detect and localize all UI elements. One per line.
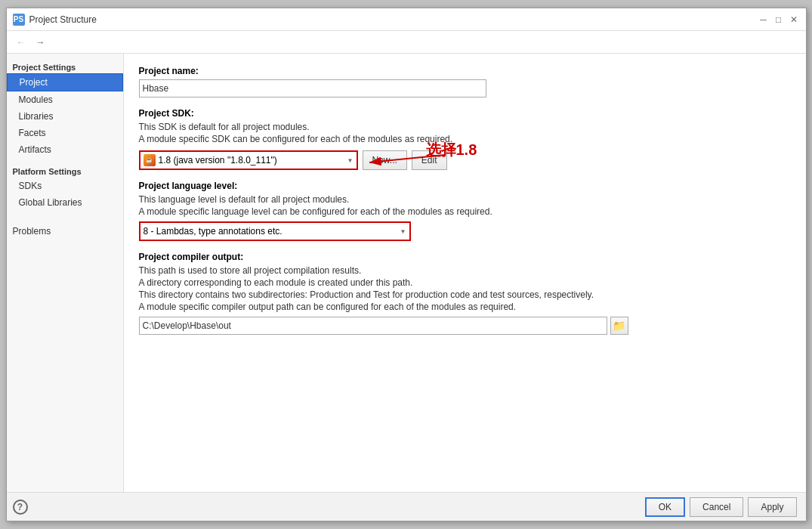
main-content: Project Settings Project Modules Librari… — [7, 54, 806, 492]
compiler-desc3: This directory contains two subdirectori… — [139, 289, 791, 300]
project-structure-window: PS Project Structure ─ □ ✕ ← → Project S… — [6, 8, 807, 521]
sidebar-item-libraries[interactable]: Libraries — [7, 108, 123, 125]
sidebar-item-facets[interactable]: Facets — [7, 125, 123, 141]
sdk-value: 1.8 (java version "1.8.0_111") — [159, 155, 277, 166]
sidebar: Project Settings Project Modules Librari… — [7, 54, 124, 492]
sidebar-item-global-libraries[interactable]: Global Libraries — [7, 194, 123, 211]
lang-value: 8 - Lambdas, type annotations etc. — [144, 226, 283, 237]
forward-button[interactable]: → — [32, 34, 49, 51]
toolbar: ← → — [7, 31, 806, 54]
sidebar-item-modules[interactable]: Modules — [7, 91, 123, 108]
browse-folder-button[interactable]: 📁 — [610, 317, 628, 335]
project-name-label: Project name: — [139, 66, 791, 76]
project-settings-label: Project Settings — [7, 60, 123, 73]
project-sdk-section: Project SDK: This SDK is default for all… — [139, 108, 791, 170]
compiler-desc1: This path is used to store all project c… — [139, 265, 791, 276]
window-title: Project Structure — [29, 14, 97, 25]
output-path-row: 📁 — [139, 317, 791, 335]
ok-button[interactable]: OK — [645, 497, 685, 517]
apply-button[interactable]: Apply — [748, 497, 796, 517]
sdk-desc2: A module specific SDK can be configured … — [139, 134, 791, 144]
bottom-bar: ? OK Cancel Apply — [7, 492, 806, 521]
title-bar-controls: ─ □ ✕ — [758, 14, 800, 26]
language-level-label: Project language level: — [139, 181, 791, 191]
app-icon: PS — [13, 14, 25, 26]
lang-desc2: A module specific language level can be … — [139, 206, 791, 217]
title-bar-left: PS Project Structure — [13, 14, 97, 26]
chevron-down-icon: ▼ — [347, 157, 354, 164]
language-level-dropdown[interactable]: 8 - Lambdas, type annotations etc. ▼ — [139, 221, 411, 241]
sidebar-item-project[interactable]: Project — [7, 73, 123, 91]
sdk-dropdown[interactable]: ☕ 1.8 (java version "1.8.0_111") ▼ — [139, 150, 358, 170]
help-button[interactable]: ? — [13, 500, 28, 515]
compiler-output-input[interactable] — [139, 317, 607, 335]
sdk-row: ☕ 1.8 (java version "1.8.0_111") ▼ New..… — [139, 150, 447, 170]
maximize-button[interactable]: □ — [773, 14, 785, 26]
sidebar-item-problems[interactable]: Problems — [7, 223, 123, 240]
compiler-desc4: A module specific compiler output path c… — [139, 302, 791, 312]
chevron-down-icon-2: ▼ — [400, 228, 406, 235]
compiler-output-section: Project compiler output: This path is us… — [139, 252, 791, 335]
compiler-output-label: Project compiler output: — [139, 252, 791, 262]
sidebar-item-artifacts[interactable]: Artifacts — [7, 141, 123, 158]
close-button[interactable]: ✕ — [788, 14, 800, 26]
sdk-select-inner: ☕ 1.8 (java version "1.8.0_111") — [144, 154, 277, 166]
platform-settings-label: Platform Settings — [7, 164, 123, 178]
project-sdk-label: Project SDK: — [139, 108, 791, 119]
cancel-button[interactable]: Cancel — [690, 497, 743, 517]
compiler-desc2: A directory corresponding to each module… — [139, 277, 791, 288]
folder-icon: 📁 — [613, 320, 625, 332]
edit-sdk-button[interactable]: Edit — [412, 150, 447, 170]
back-button[interactable]: ← — [13, 34, 29, 51]
project-name-section: Project name: — [139, 66, 791, 97]
language-level-section: Project language level: This language le… — [139, 181, 791, 241]
minimize-button[interactable]: ─ — [758, 14, 770, 26]
lang-desc1: This language level is default for all p… — [139, 194, 791, 205]
sidebar-item-sdks[interactable]: SDKs — [7, 178, 123, 194]
sdk-desc1: This SDK is default for all project modu… — [139, 122, 791, 132]
title-bar: PS Project Structure ─ □ ✕ — [7, 8, 806, 31]
new-sdk-button[interactable]: New... — [363, 150, 407, 170]
content-area: Project name: Project SDK: This SDK is d… — [124, 54, 806, 492]
java-icon: ☕ — [144, 154, 156, 166]
project-name-input[interactable] — [139, 79, 486, 97]
